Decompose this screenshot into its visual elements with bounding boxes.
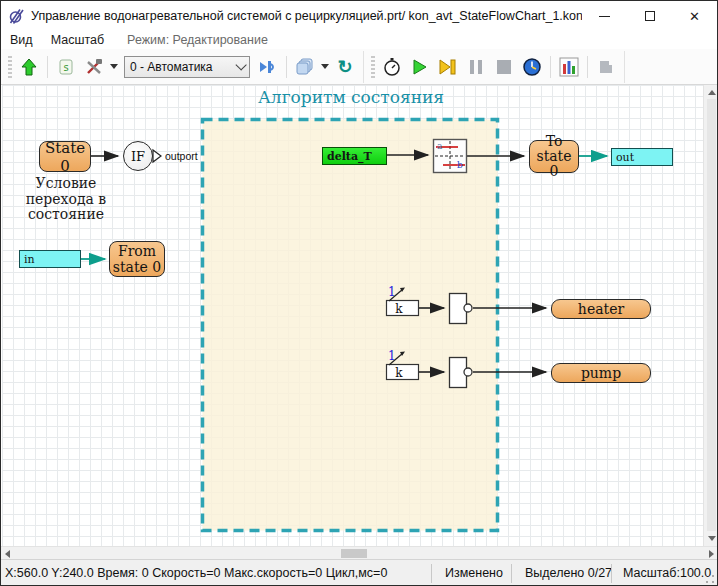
if-output-port xyxy=(153,150,161,162)
script-icon: s xyxy=(57,58,75,76)
to-state-line1: To xyxy=(546,134,563,149)
hammer-tools-icon xyxy=(84,57,104,77)
charts-button[interactable] xyxy=(556,54,582,80)
toolbar-separator xyxy=(587,56,588,78)
from-state-block[interactable]: From state 0 xyxy=(109,241,165,277)
from-state-line2: state 0 xyxy=(113,259,161,275)
not2-block[interactable] xyxy=(450,358,473,388)
outport-label: outport xyxy=(165,150,198,162)
gain1-block[interactable]: k 1 xyxy=(387,285,419,316)
app-logo-icon xyxy=(1,2,31,30)
in-port-block[interactable]: in xyxy=(19,250,81,268)
from-state-line1: From xyxy=(118,243,156,259)
diagram-title: Алгоритм состояния xyxy=(201,87,501,107)
pause-button[interactable] xyxy=(463,54,489,80)
not1-block[interactable] xyxy=(450,294,473,324)
status-modified: Изменено xyxy=(445,560,503,586)
toolbar-separator xyxy=(286,56,287,78)
toolbar-separator xyxy=(550,56,551,78)
play-icon xyxy=(411,58,429,76)
pump-block[interactable]: pump xyxy=(551,363,651,383)
toolbar-group-edit: s 0 - Автоматика xyxy=(1,51,364,83)
mode-label: Режим: xyxy=(127,33,169,47)
gain1-value: 1 xyxy=(388,285,396,299)
toolbar-group-simulation xyxy=(364,51,625,83)
relay-block[interactable]: a b xyxy=(434,140,467,173)
scroll-right-icon[interactable] xyxy=(709,550,714,558)
to-state-block[interactable]: To state 0 xyxy=(529,140,579,173)
script-button[interactable]: s xyxy=(53,54,79,80)
condition-note-line: Условие xyxy=(4,176,128,192)
chevron-down-icon xyxy=(235,59,246,70)
toolbar-separator xyxy=(47,56,48,78)
relay-a-label: a xyxy=(437,141,443,151)
layers-dropdown-icon[interactable] xyxy=(321,64,329,69)
toolbar-grip[interactable] xyxy=(371,56,375,78)
mode-value: Редактирование xyxy=(173,33,268,47)
gain2-value: 1 xyxy=(388,349,396,363)
heater-block[interactable]: heater xyxy=(551,299,651,319)
status-separator xyxy=(611,564,612,583)
menu-view[interactable]: Вид xyxy=(1,33,42,47)
run-button[interactable] xyxy=(407,54,433,80)
out-port-block[interactable]: out xyxy=(611,148,673,166)
mode-indicator: Режим: Редактирование xyxy=(113,33,268,47)
delta-t-block[interactable]: delta_T xyxy=(322,147,387,165)
title-bar: Управление водонагревательной системой с… xyxy=(1,1,717,31)
status-selected: Выделено 0/27 xyxy=(525,560,612,586)
tools-dropdown-icon[interactable] xyxy=(110,64,118,69)
clock-icon xyxy=(522,57,542,77)
schematic-canvas[interactable]: a b k 1 k 1 xyxy=(2,85,703,546)
scroll-left-icon[interactable] xyxy=(5,550,10,558)
minimize-button[interactable] xyxy=(582,2,627,30)
condition-note-line: перехода в xyxy=(4,192,128,208)
stopwatch-icon xyxy=(382,57,402,77)
step-forward-icon xyxy=(438,58,458,76)
relay-b-label: b xyxy=(457,160,463,170)
connect-button[interactable] xyxy=(255,54,281,80)
mode-select-value: 0 - Автоматика xyxy=(130,60,213,74)
green-up-arrow-icon xyxy=(19,57,39,77)
toolbar-grip[interactable] xyxy=(8,56,12,78)
condition-note-line: состояние xyxy=(4,207,128,223)
connect-icon xyxy=(258,58,278,76)
go-up-button[interactable] xyxy=(16,54,42,80)
report-icon xyxy=(597,58,615,76)
state0-block[interactable]: State 0 xyxy=(39,141,91,172)
scroll-up-icon[interactable] xyxy=(708,90,716,95)
horizontal-scroll-thumb[interactable] xyxy=(341,549,367,558)
vertical-scroll-thumb[interactable] xyxy=(707,99,716,531)
menu-scale[interactable]: Масштаб xyxy=(42,33,113,47)
report-button[interactable] xyxy=(593,54,619,80)
step-button[interactable] xyxy=(435,54,461,80)
pause-icon xyxy=(468,59,484,75)
horizontal-scrollbar[interactable] xyxy=(1,546,718,559)
layers-icon xyxy=(295,57,315,77)
app-window: Управление водонагревательной системой с… xyxy=(0,0,718,586)
status-separator xyxy=(431,564,432,583)
scroll-down-icon[interactable] xyxy=(708,536,716,541)
gain2-block[interactable]: k 1 xyxy=(387,349,419,380)
resize-grip[interactable] xyxy=(705,574,715,584)
vertical-scrollbar[interactable] xyxy=(703,85,718,546)
close-button[interactable]: ✕ xyxy=(672,2,717,30)
toolbar: s 0 - Автоматика xyxy=(1,49,717,85)
timer-button[interactable] xyxy=(379,54,405,80)
if-block[interactable]: IF xyxy=(123,141,153,171)
layers-button[interactable] xyxy=(292,54,318,80)
sim-time-button[interactable] xyxy=(519,54,545,80)
window-title: Управление водонагревательной системой с… xyxy=(31,9,582,23)
stop-button[interactable] xyxy=(491,54,517,80)
to-state-line2: state 0 xyxy=(530,149,578,179)
stop-icon xyxy=(496,59,512,75)
refresh-button[interactable]: ↻ xyxy=(332,54,358,80)
status-bar: X:560.0 Y:240.0 Время: 0 Скорость=0 Макс… xyxy=(1,559,717,586)
svg-text:s: s xyxy=(63,62,68,73)
mode-select[interactable]: 0 - Автоматика xyxy=(124,56,250,78)
tools-button[interactable] xyxy=(81,54,107,80)
condition-note: Условие перехода в состояние xyxy=(4,176,128,223)
refresh-icon: ↻ xyxy=(337,58,352,76)
maximize-button[interactable] xyxy=(627,2,672,30)
status-coordinates: X:560.0 Y:240.0 Время: 0 Скорость=0 Макс… xyxy=(5,560,387,586)
status-separator xyxy=(511,564,512,583)
